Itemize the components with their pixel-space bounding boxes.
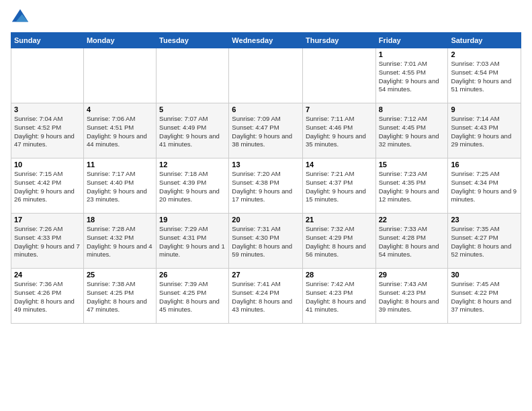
calendar-table: SundayMondayTuesdayWednesdayThursdayFrid… (11, 32, 521, 324)
day-number: 20 (232, 216, 300, 224)
calendar-week-2: 3Sunrise: 7:04 AM Sunset: 4:52 PM Daylig… (11, 103, 521, 158)
day-info: Sunrise: 7:31 AM Sunset: 4:30 PM Dayligh… (232, 225, 300, 259)
calendar-cell: 2Sunrise: 7:03 AM Sunset: 4:54 PM Daylig… (448, 48, 521, 103)
calendar-week-4: 17Sunrise: 7:26 AM Sunset: 4:33 PM Dayli… (11, 214, 521, 269)
day-info: Sunrise: 7:35 AM Sunset: 4:27 PM Dayligh… (451, 225, 518, 259)
day-number: 4 (87, 105, 153, 113)
day-info: Sunrise: 7:07 AM Sunset: 4:49 PM Dayligh… (159, 115, 226, 149)
calendar-cell (157, 48, 229, 103)
page: SundayMondayTuesdayWednesdayThursdayFrid… (0, 0, 532, 411)
header-day-sunday: Sunday (11, 33, 84, 48)
calendar-cell: 11Sunrise: 7:17 AM Sunset: 4:40 PM Dayli… (83, 158, 156, 214)
day-number: 29 (379, 271, 445, 279)
calendar-cell: 23Sunrise: 7:35 AM Sunset: 4:27 PM Dayli… (448, 214, 521, 269)
header-day-friday: Friday (375, 33, 448, 48)
day-info: Sunrise: 7:21 AM Sunset: 4:37 PM Dayligh… (306, 170, 373, 204)
day-info: Sunrise: 7:43 AM Sunset: 4:23 PM Dayligh… (379, 280, 445, 314)
day-info: Sunrise: 7:03 AM Sunset: 4:54 PM Dayligh… (451, 60, 518, 94)
calendar-cell: 30Sunrise: 7:45 AM Sunset: 4:22 PM Dayli… (448, 269, 521, 324)
day-info: Sunrise: 7:18 AM Sunset: 4:39 PM Dayligh… (159, 170, 226, 204)
day-number: 24 (14, 271, 81, 279)
calendar-cell: 24Sunrise: 7:36 AM Sunset: 4:26 PM Dayli… (11, 269, 84, 324)
day-number: 15 (379, 161, 445, 169)
header (11, 8, 521, 27)
day-number: 12 (159, 161, 226, 169)
calendar-cell: 6Sunrise: 7:09 AM Sunset: 4:47 PM Daylig… (229, 103, 303, 158)
calendar-cell: 13Sunrise: 7:20 AM Sunset: 4:38 PM Dayli… (229, 158, 303, 214)
day-info: Sunrise: 7:36 AM Sunset: 4:26 PM Dayligh… (14, 280, 81, 314)
calendar-cell: 18Sunrise: 7:28 AM Sunset: 4:32 PM Dayli… (83, 214, 156, 269)
header-day-tuesday: Tuesday (157, 33, 229, 48)
day-number: 28 (306, 271, 373, 279)
day-number: 8 (379, 105, 445, 113)
day-number: 11 (87, 161, 153, 169)
calendar-cell: 10Sunrise: 7:15 AM Sunset: 4:42 PM Dayli… (11, 158, 84, 214)
calendar-cell: 17Sunrise: 7:26 AM Sunset: 4:33 PM Dayli… (11, 214, 84, 269)
calendar-cell: 20Sunrise: 7:31 AM Sunset: 4:30 PM Dayli… (229, 214, 303, 269)
calendar-cell: 16Sunrise: 7:25 AM Sunset: 4:34 PM Dayli… (448, 158, 521, 214)
day-number: 22 (379, 216, 445, 224)
day-number: 16 (451, 161, 518, 169)
calendar-cell: 19Sunrise: 7:29 AM Sunset: 4:31 PM Dayli… (157, 214, 229, 269)
calendar-cell: 5Sunrise: 7:07 AM Sunset: 4:49 PM Daylig… (157, 103, 229, 158)
calendar-cell (83, 48, 156, 103)
calendar-cell: 14Sunrise: 7:21 AM Sunset: 4:37 PM Dayli… (302, 158, 375, 214)
day-number: 1 (379, 50, 445, 58)
day-number: 17 (14, 216, 81, 224)
day-info: Sunrise: 7:45 AM Sunset: 4:22 PM Dayligh… (451, 280, 518, 314)
day-info: Sunrise: 7:29 AM Sunset: 4:31 PM Dayligh… (159, 225, 226, 259)
header-day-monday: Monday (83, 33, 156, 48)
calendar-cell: 25Sunrise: 7:38 AM Sunset: 4:25 PM Dayli… (83, 269, 156, 324)
day-number: 18 (87, 216, 153, 224)
day-info: Sunrise: 7:23 AM Sunset: 4:35 PM Dayligh… (379, 170, 445, 204)
day-info: Sunrise: 7:41 AM Sunset: 4:24 PM Dayligh… (232, 280, 300, 314)
calendar-week-1: 1Sunrise: 7:01 AM Sunset: 4:55 PM Daylig… (11, 48, 521, 103)
day-info: Sunrise: 7:20 AM Sunset: 4:38 PM Dayligh… (232, 170, 300, 204)
calendar-cell: 8Sunrise: 7:12 AM Sunset: 4:45 PM Daylig… (375, 103, 448, 158)
day-info: Sunrise: 7:25 AM Sunset: 4:34 PM Dayligh… (451, 170, 518, 204)
calendar-cell: 9Sunrise: 7:14 AM Sunset: 4:43 PM Daylig… (448, 103, 521, 158)
day-number: 21 (306, 216, 373, 224)
day-info: Sunrise: 7:38 AM Sunset: 4:25 PM Dayligh… (87, 280, 153, 314)
day-number: 27 (232, 271, 300, 279)
day-number: 13 (232, 161, 300, 169)
day-info: Sunrise: 7:39 AM Sunset: 4:25 PM Dayligh… (159, 280, 226, 314)
calendar-cell: 26Sunrise: 7:39 AM Sunset: 4:25 PM Dayli… (157, 269, 229, 324)
day-info: Sunrise: 7:33 AM Sunset: 4:28 PM Dayligh… (379, 225, 445, 259)
day-number: 30 (451, 271, 518, 279)
calendar-week-5: 24Sunrise: 7:36 AM Sunset: 4:26 PM Dayli… (11, 269, 521, 324)
calendar-cell: 12Sunrise: 7:18 AM Sunset: 4:39 PM Dayli… (157, 158, 229, 214)
day-info: Sunrise: 7:04 AM Sunset: 4:52 PM Dayligh… (14, 115, 81, 149)
calendar-cell: 28Sunrise: 7:42 AM Sunset: 4:23 PM Dayli… (302, 269, 375, 324)
header-day-thursday: Thursday (302, 33, 375, 48)
day-number: 19 (159, 216, 226, 224)
calendar-cell: 3Sunrise: 7:04 AM Sunset: 4:52 PM Daylig… (11, 103, 84, 158)
header-day-saturday: Saturday (448, 33, 521, 48)
calendar-cell (11, 48, 84, 103)
day-info: Sunrise: 7:06 AM Sunset: 4:51 PM Dayligh… (87, 115, 153, 149)
day-number: 26 (159, 271, 226, 279)
day-number: 7 (306, 105, 373, 113)
calendar-cell: 15Sunrise: 7:23 AM Sunset: 4:35 PM Dayli… (375, 158, 448, 214)
day-info: Sunrise: 7:09 AM Sunset: 4:47 PM Dayligh… (232, 115, 300, 149)
header-day-wednesday: Wednesday (229, 33, 303, 48)
day-info: Sunrise: 7:26 AM Sunset: 4:33 PM Dayligh… (14, 225, 81, 259)
calendar-cell: 29Sunrise: 7:43 AM Sunset: 4:23 PM Dayli… (375, 269, 448, 324)
day-number: 5 (159, 105, 226, 113)
calendar-cell: 27Sunrise: 7:41 AM Sunset: 4:24 PM Dayli… (229, 269, 303, 324)
day-number: 6 (232, 105, 300, 113)
logo (11, 8, 32, 27)
calendar-cell: 21Sunrise: 7:32 AM Sunset: 4:29 PM Dayli… (302, 214, 375, 269)
calendar-header-row: SundayMondayTuesdayWednesdayThursdayFrid… (11, 33, 521, 48)
calendar-cell: 7Sunrise: 7:11 AM Sunset: 4:46 PM Daylig… (302, 103, 375, 158)
calendar-cell: 1Sunrise: 7:01 AM Sunset: 4:55 PM Daylig… (375, 48, 448, 103)
day-info: Sunrise: 7:17 AM Sunset: 4:40 PM Dayligh… (87, 170, 153, 204)
day-info: Sunrise: 7:01 AM Sunset: 4:55 PM Dayligh… (379, 60, 445, 94)
calendar-week-3: 10Sunrise: 7:15 AM Sunset: 4:42 PM Dayli… (11, 158, 521, 214)
day-number: 25 (87, 271, 153, 279)
day-info: Sunrise: 7:15 AM Sunset: 4:42 PM Dayligh… (14, 170, 81, 204)
calendar-cell (302, 48, 375, 103)
calendar-cell: 22Sunrise: 7:33 AM Sunset: 4:28 PM Dayli… (375, 214, 448, 269)
calendar-cell (229, 48, 303, 103)
day-info: Sunrise: 7:14 AM Sunset: 4:43 PM Dayligh… (451, 115, 518, 149)
